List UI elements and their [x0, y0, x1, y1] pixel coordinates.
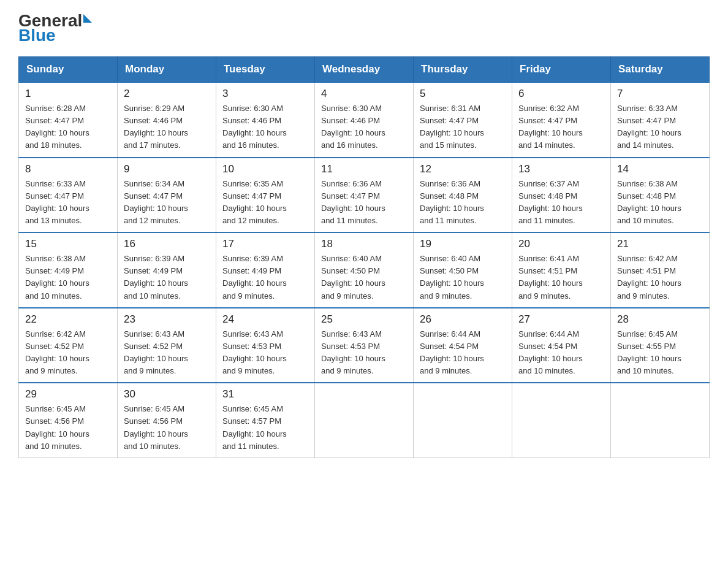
calendar-week-row: 1Sunrise: 6:28 AMSunset: 4:47 PMDaylight…: [19, 82, 710, 158]
day-info: Sunrise: 6:43 AMSunset: 4:53 PMDaylight:…: [321, 328, 407, 378]
day-info: Sunrise: 6:30 AMSunset: 4:46 PMDaylight:…: [222, 102, 308, 152]
day-info: Sunrise: 6:39 AMSunset: 4:49 PMDaylight:…: [124, 253, 210, 302]
table-row: 18Sunrise: 6:40 AMSunset: 4:50 PMDayligh…: [315, 232, 414, 308]
day-info: Sunrise: 6:33 AMSunset: 4:47 PMDaylight:…: [617, 102, 703, 152]
day-info: Sunrise: 6:42 AMSunset: 4:51 PMDaylight:…: [617, 253, 703, 302]
day-number: 13: [518, 163, 604, 175]
calendar-week-row: 15Sunrise: 6:38 AMSunset: 4:49 PMDayligh…: [19, 232, 710, 308]
day-info: Sunrise: 6:29 AMSunset: 4:46 PMDaylight:…: [124, 102, 210, 152]
calendar-week-row: 8Sunrise: 6:33 AMSunset: 4:47 PMDaylight…: [19, 158, 710, 233]
day-number: 28: [617, 313, 703, 326]
table-row: [611, 383, 710, 458]
table-row: 27Sunrise: 6:44 AMSunset: 4:54 PMDayligh…: [512, 308, 611, 383]
day-number: 16: [124, 238, 210, 250]
day-number: 4: [321, 88, 407, 100]
day-info: Sunrise: 6:45 AMSunset: 4:56 PMDaylight:…: [25, 403, 111, 453]
day-info: Sunrise: 6:30 AMSunset: 4:46 PMDaylight:…: [321, 102, 407, 152]
table-row: 23Sunrise: 6:43 AMSunset: 4:52 PMDayligh…: [118, 308, 216, 383]
day-number: 20: [518, 238, 604, 250]
day-info: Sunrise: 6:37 AMSunset: 4:48 PMDaylight:…: [518, 178, 604, 228]
day-info: Sunrise: 6:43 AMSunset: 4:53 PMDaylight:…: [222, 328, 308, 378]
table-row: 15Sunrise: 6:38 AMSunset: 4:49 PMDayligh…: [19, 232, 118, 308]
table-row: 24Sunrise: 6:43 AMSunset: 4:53 PMDayligh…: [216, 308, 315, 383]
day-info: Sunrise: 6:36 AMSunset: 4:48 PMDaylight:…: [420, 178, 506, 228]
day-info: Sunrise: 6:38 AMSunset: 4:48 PMDaylight:…: [617, 178, 703, 228]
day-info: Sunrise: 6:32 AMSunset: 4:47 PMDaylight:…: [518, 102, 604, 152]
day-number: 15: [25, 238, 111, 250]
day-info: Sunrise: 6:38 AMSunset: 4:49 PMDaylight:…: [25, 253, 111, 302]
day-info: Sunrise: 6:43 AMSunset: 4:52 PMDaylight:…: [124, 328, 210, 378]
day-info: Sunrise: 6:45 AMSunset: 4:57 PMDaylight:…: [222, 403, 308, 453]
table-row: [414, 383, 512, 458]
day-info: Sunrise: 6:44 AMSunset: 4:54 PMDaylight:…: [420, 328, 506, 378]
col-tuesday: Tuesday: [216, 57, 315, 83]
col-thursday: Thursday: [414, 57, 512, 83]
table-row: 21Sunrise: 6:42 AMSunset: 4:51 PMDayligh…: [611, 232, 710, 308]
page-header: General Blue: [18, 12, 710, 44]
day-info: Sunrise: 6:33 AMSunset: 4:47 PMDaylight:…: [25, 178, 111, 228]
day-number: 22: [25, 313, 111, 326]
col-saturday: Saturday: [611, 57, 710, 83]
day-info: Sunrise: 6:34 AMSunset: 4:47 PMDaylight:…: [124, 178, 210, 228]
table-row: 28Sunrise: 6:45 AMSunset: 4:55 PMDayligh…: [611, 308, 710, 383]
day-info: Sunrise: 6:41 AMSunset: 4:51 PMDaylight:…: [518, 253, 604, 302]
calendar-table: Sunday Monday Tuesday Wednesday Thursday…: [18, 56, 710, 458]
table-row: 6Sunrise: 6:32 AMSunset: 4:47 PMDaylight…: [512, 82, 611, 158]
day-number: 26: [420, 313, 506, 326]
table-row: [315, 383, 414, 458]
table-row: 19Sunrise: 6:40 AMSunset: 4:50 PMDayligh…: [414, 232, 512, 308]
day-number: 29: [25, 388, 111, 400]
day-number: 24: [222, 313, 308, 326]
col-monday: Monday: [118, 57, 216, 83]
calendar-week-row: 22Sunrise: 6:42 AMSunset: 4:52 PMDayligh…: [19, 308, 710, 383]
table-row: 1Sunrise: 6:28 AMSunset: 4:47 PMDaylight…: [19, 82, 118, 158]
day-number: 2: [124, 88, 210, 100]
table-row: 9Sunrise: 6:34 AMSunset: 4:47 PMDaylight…: [118, 158, 216, 233]
table-row: 14Sunrise: 6:38 AMSunset: 4:48 PMDayligh…: [611, 158, 710, 233]
day-number: 23: [124, 313, 210, 326]
table-row: 3Sunrise: 6:30 AMSunset: 4:46 PMDaylight…: [216, 82, 315, 158]
table-row: 25Sunrise: 6:43 AMSunset: 4:53 PMDayligh…: [315, 308, 414, 383]
day-number: 17: [222, 238, 308, 250]
day-info: Sunrise: 6:36 AMSunset: 4:47 PMDaylight:…: [321, 178, 407, 228]
table-row: 17Sunrise: 6:39 AMSunset: 4:49 PMDayligh…: [216, 232, 315, 308]
table-row: 20Sunrise: 6:41 AMSunset: 4:51 PMDayligh…: [512, 232, 611, 308]
table-row: 7Sunrise: 6:33 AMSunset: 4:47 PMDaylight…: [611, 82, 710, 158]
table-row: 30Sunrise: 6:45 AMSunset: 4:56 PMDayligh…: [118, 383, 216, 458]
day-number: 31: [222, 388, 308, 400]
day-number: 8: [25, 163, 111, 175]
col-sunday: Sunday: [19, 57, 118, 83]
day-number: 1: [25, 88, 111, 100]
table-row: 4Sunrise: 6:30 AMSunset: 4:46 PMDaylight…: [315, 82, 414, 158]
day-number: 25: [321, 313, 407, 326]
day-number: 6: [518, 88, 604, 100]
table-row: 13Sunrise: 6:37 AMSunset: 4:48 PMDayligh…: [512, 158, 611, 233]
day-info: Sunrise: 6:35 AMSunset: 4:47 PMDaylight:…: [222, 178, 308, 228]
day-number: 14: [617, 163, 703, 175]
col-wednesday: Wednesday: [315, 57, 414, 83]
table-row: [512, 383, 611, 458]
logo: General Blue: [18, 12, 92, 44]
day-number: 7: [617, 88, 703, 100]
calendar-header-row: Sunday Monday Tuesday Wednesday Thursday…: [19, 57, 710, 83]
table-row: 11Sunrise: 6:36 AMSunset: 4:47 PMDayligh…: [315, 158, 414, 233]
day-number: 27: [518, 313, 604, 326]
day-number: 10: [222, 163, 308, 175]
day-info: Sunrise: 6:45 AMSunset: 4:55 PMDaylight:…: [617, 328, 703, 378]
logo-arrow-icon: [83, 14, 92, 23]
table-row: 5Sunrise: 6:31 AMSunset: 4:47 PMDaylight…: [414, 82, 512, 158]
table-row: 12Sunrise: 6:36 AMSunset: 4:48 PMDayligh…: [414, 158, 512, 233]
day-number: 18: [321, 238, 407, 250]
day-info: Sunrise: 6:28 AMSunset: 4:47 PMDaylight:…: [25, 102, 111, 152]
calendar-week-row: 29Sunrise: 6:45 AMSunset: 4:56 PMDayligh…: [19, 383, 710, 458]
table-row: 31Sunrise: 6:45 AMSunset: 4:57 PMDayligh…: [216, 383, 315, 458]
day-info: Sunrise: 6:42 AMSunset: 4:52 PMDaylight:…: [25, 328, 111, 378]
day-info: Sunrise: 6:45 AMSunset: 4:56 PMDaylight:…: [124, 403, 210, 453]
day-number: 21: [617, 238, 703, 250]
day-info: Sunrise: 6:31 AMSunset: 4:47 PMDaylight:…: [420, 102, 506, 152]
table-row: 8Sunrise: 6:33 AMSunset: 4:47 PMDaylight…: [19, 158, 118, 233]
table-row: 22Sunrise: 6:42 AMSunset: 4:52 PMDayligh…: [19, 308, 118, 383]
day-info: Sunrise: 6:44 AMSunset: 4:54 PMDaylight:…: [518, 328, 604, 378]
table-row: 2Sunrise: 6:29 AMSunset: 4:46 PMDaylight…: [118, 82, 216, 158]
table-row: 10Sunrise: 6:35 AMSunset: 4:47 PMDayligh…: [216, 158, 315, 233]
